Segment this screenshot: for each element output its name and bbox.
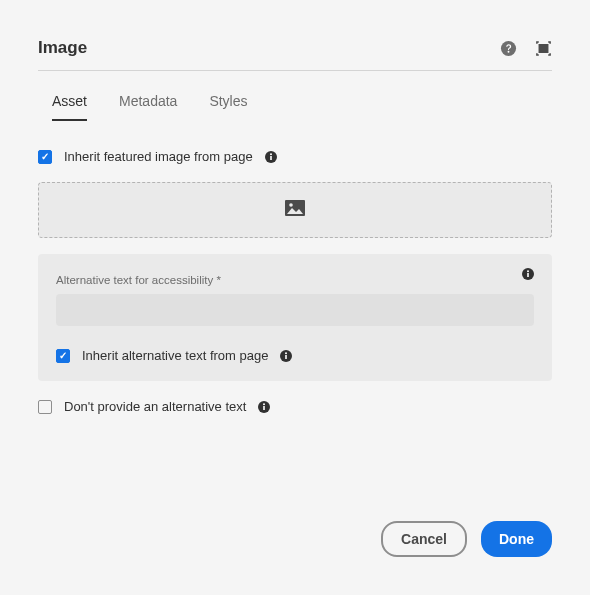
dialog-header: Image xyxy=(38,38,552,71)
info-icon[interactable] xyxy=(280,350,292,362)
inherit-featured-checkbox[interactable] xyxy=(38,150,52,164)
tabs: Asset Metadata Styles xyxy=(38,93,552,121)
cancel-button[interactable]: Cancel xyxy=(381,521,467,557)
inherit-alt-checkbox[interactable] xyxy=(56,349,70,363)
alt-text-label: Alternative text for accessibility * xyxy=(56,274,534,286)
image-drop-zone[interactable] xyxy=(38,182,552,238)
alt-text-input[interactable] xyxy=(56,294,534,326)
inherit-featured-label: Inherit featured image from page xyxy=(64,149,253,164)
inherit-alt-row: Inherit alternative text from page xyxy=(56,348,534,363)
svg-rect-3 xyxy=(270,156,272,160)
no-alt-row: Don't provide an alternative text xyxy=(38,399,552,414)
help-icon[interactable] xyxy=(500,40,517,57)
svg-point-12 xyxy=(285,352,287,354)
header-actions xyxy=(500,40,552,57)
image-dialog: Image Asset Metadata Styles Inherit f xyxy=(0,0,590,414)
info-icon[interactable] xyxy=(258,401,270,413)
tab-styles[interactable]: Styles xyxy=(209,93,247,121)
svg-rect-1 xyxy=(539,44,548,52)
image-icon xyxy=(285,200,305,220)
info-icon[interactable] xyxy=(522,268,534,280)
no-alt-label: Don't provide an alternative text xyxy=(64,399,246,414)
svg-point-4 xyxy=(270,153,272,155)
inherit-alt-label: Inherit alternative text from page xyxy=(82,348,268,363)
no-alt-checkbox[interactable] xyxy=(38,400,52,414)
fullscreen-icon[interactable] xyxy=(535,40,552,57)
svg-point-15 xyxy=(263,403,265,405)
svg-point-9 xyxy=(527,270,529,272)
tab-content-asset: Inherit featured image from page Alterna… xyxy=(38,149,552,414)
dialog-footer: Cancel Done xyxy=(381,521,552,557)
alt-text-panel: Alternative text for accessibility * Inh… xyxy=(38,254,552,381)
info-icon[interactable] xyxy=(265,151,277,163)
dialog-title: Image xyxy=(38,38,87,58)
svg-point-6 xyxy=(289,203,293,207)
tab-asset[interactable]: Asset xyxy=(52,93,87,121)
svg-rect-11 xyxy=(286,355,288,359)
svg-rect-8 xyxy=(527,273,529,277)
svg-rect-14 xyxy=(264,406,266,410)
done-button[interactable]: Done xyxy=(481,521,552,557)
inherit-featured-row: Inherit featured image from page xyxy=(38,149,552,164)
tab-metadata[interactable]: Metadata xyxy=(119,93,177,121)
